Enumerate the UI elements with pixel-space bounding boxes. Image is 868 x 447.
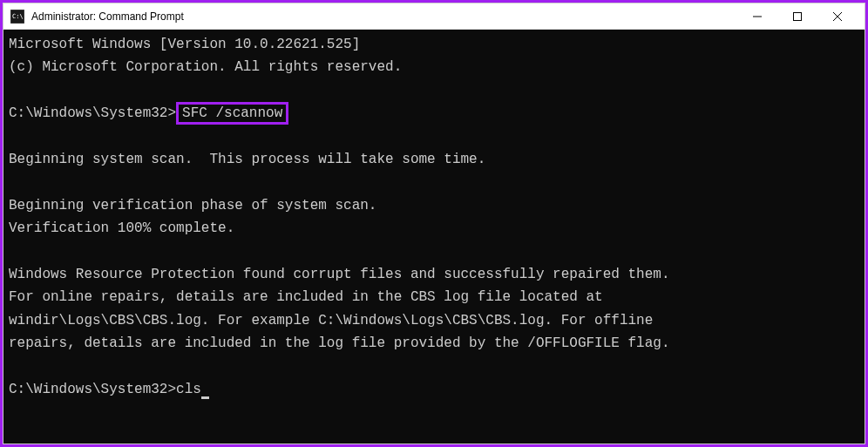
titlebar[interactable]: C:\ Administrator: Command Prompt bbox=[3, 3, 865, 30]
result-line-3: windir\Logs\CBS\CBS.log. For example C:\… bbox=[9, 313, 653, 328]
copyright-line: (c) Microsoft Corporation. All rights re… bbox=[9, 59, 402, 75]
maximize-button[interactable] bbox=[777, 3, 817, 30]
window-title: Administrator: Command Prompt bbox=[31, 10, 737, 23]
prompt-path: C:\Windows\System32> bbox=[9, 105, 176, 121]
scan-begin-line: Beginning system scan. This process will… bbox=[9, 152, 485, 167]
result-line-1: Windows Resource Protection found corrup… bbox=[9, 267, 670, 282]
result-line-4: repairs, details are included in the log… bbox=[9, 335, 670, 351]
terminal-output[interactable]: Microsoft Windows [Version 10.0.22621.52… bbox=[3, 30, 865, 444]
window-controls bbox=[737, 3, 858, 30]
svg-text:C:\: C:\ bbox=[12, 13, 24, 20]
verify-complete-line: Verification 100% complete. bbox=[9, 220, 234, 236]
current-command: cls bbox=[176, 382, 201, 397]
minimize-button[interactable] bbox=[737, 3, 777, 30]
close-button[interactable] bbox=[817, 3, 858, 30]
verify-begin-line: Beginning verification phase of system s… bbox=[9, 198, 376, 213]
cmd-icon: C:\ bbox=[10, 10, 24, 24]
text-cursor bbox=[201, 396, 209, 399]
command-prompt-window: C:\ Administrator: Command Prompt bbox=[3, 3, 865, 444]
result-line-2: For online repairs, details are included… bbox=[9, 289, 603, 305]
prompt-path-2: C:\Windows\System32> bbox=[9, 382, 176, 397]
svg-rect-3 bbox=[794, 12, 802, 20]
version-line: Microsoft Windows [Version 10.0.22621.52… bbox=[9, 37, 360, 52]
highlighted-command: SFC /scannow bbox=[176, 102, 288, 125]
